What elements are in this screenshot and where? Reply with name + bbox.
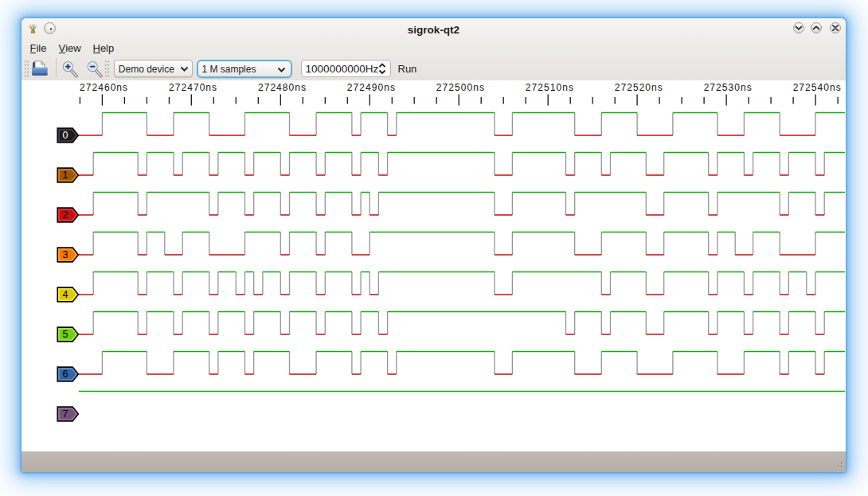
svg-text:272480ns: 272480ns: [258, 82, 307, 93]
svg-text:1: 1: [63, 170, 68, 181]
svg-text:272540ns: 272540ns: [793, 82, 842, 93]
svg-text:272510ns: 272510ns: [526, 82, 574, 93]
svg-text:272490ns: 272490ns: [347, 82, 396, 93]
svg-text:272530ns: 272530ns: [704, 82, 753, 93]
svg-text:272470ns: 272470ns: [169, 82, 217, 93]
svg-text:7: 7: [63, 408, 68, 420]
svg-text:4: 4: [63, 289, 68, 300]
svg-text:3: 3: [63, 249, 68, 260]
svg-text:272520ns: 272520ns: [615, 82, 663, 93]
svg-text:272460ns: 272460ns: [80, 82, 128, 93]
svg-text:6: 6: [63, 369, 68, 380]
svg-text:272500ns: 272500ns: [436, 82, 485, 93]
svg-text:2: 2: [63, 209, 68, 221]
svg-text:0: 0: [63, 130, 68, 141]
svg-text:5: 5: [63, 329, 68, 340]
